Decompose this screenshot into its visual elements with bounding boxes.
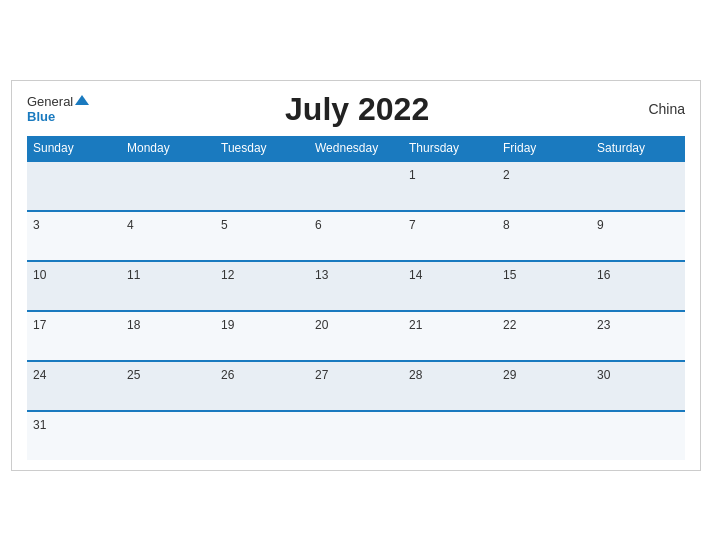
- calendar-day-24: 24: [27, 361, 121, 411]
- calendar-day-19: 19: [215, 311, 309, 361]
- calendar-day-empty: [215, 161, 309, 211]
- calendar-day-empty: [121, 411, 215, 460]
- calendar-grid: SundayMondayTuesdayWednesdayThursdayFrid…: [27, 136, 685, 460]
- calendar-day-27: 27: [309, 361, 403, 411]
- calendar-day-29: 29: [497, 361, 591, 411]
- calendar-day-30: 30: [591, 361, 685, 411]
- calendar-day-3: 3: [27, 211, 121, 261]
- calendar-day-28: 28: [403, 361, 497, 411]
- calendar-header: General Blue July 2022 China: [27, 91, 685, 128]
- calendar-week-row: 12: [27, 161, 685, 211]
- weekday-header-tuesday: Tuesday: [215, 136, 309, 161]
- calendar-day-10: 10: [27, 261, 121, 311]
- weekday-header-row: SundayMondayTuesdayWednesdayThursdayFrid…: [27, 136, 685, 161]
- logo-blue-text: Blue: [27, 109, 55, 124]
- calendar-day-empty: [27, 161, 121, 211]
- calendar-container: General Blue July 2022 China SundayMonda…: [11, 80, 701, 471]
- calendar-day-17: 17: [27, 311, 121, 361]
- calendar-day-8: 8: [497, 211, 591, 261]
- logo: General Blue: [27, 94, 89, 124]
- calendar-day-13: 13: [309, 261, 403, 311]
- calendar-day-26: 26: [215, 361, 309, 411]
- calendar-day-15: 15: [497, 261, 591, 311]
- calendar-day-22: 22: [497, 311, 591, 361]
- calendar-day-11: 11: [121, 261, 215, 311]
- weekday-header-thursday: Thursday: [403, 136, 497, 161]
- calendar-day-empty: [121, 161, 215, 211]
- weekday-header-sunday: Sunday: [27, 136, 121, 161]
- calendar-day-16: 16: [591, 261, 685, 311]
- country-label: China: [625, 101, 685, 117]
- calendar-day-empty: [591, 161, 685, 211]
- calendar-week-row: 3456789: [27, 211, 685, 261]
- calendar-day-20: 20: [309, 311, 403, 361]
- weekday-header-monday: Monday: [121, 136, 215, 161]
- calendar-day-7: 7: [403, 211, 497, 261]
- weekday-header-wednesday: Wednesday: [309, 136, 403, 161]
- calendar-day-1: 1: [403, 161, 497, 211]
- calendar-day-5: 5: [215, 211, 309, 261]
- logo-triangle-icon: [75, 95, 89, 105]
- calendar-day-empty: [403, 411, 497, 460]
- calendar-week-row: 31: [27, 411, 685, 460]
- calendar-day-4: 4: [121, 211, 215, 261]
- calendar-day-31: 31: [27, 411, 121, 460]
- calendar-day-2: 2: [497, 161, 591, 211]
- calendar-week-row: 10111213141516: [27, 261, 685, 311]
- calendar-day-6: 6: [309, 211, 403, 261]
- calendar-day-23: 23: [591, 311, 685, 361]
- calendar-day-empty: [591, 411, 685, 460]
- calendar-day-14: 14: [403, 261, 497, 311]
- calendar-day-empty: [309, 161, 403, 211]
- calendar-day-21: 21: [403, 311, 497, 361]
- month-title: July 2022: [89, 91, 625, 128]
- weekday-header-saturday: Saturday: [591, 136, 685, 161]
- calendar-day-empty: [497, 411, 591, 460]
- calendar-week-row: 17181920212223: [27, 311, 685, 361]
- calendar-day-25: 25: [121, 361, 215, 411]
- calendar-day-9: 9: [591, 211, 685, 261]
- calendar-day-empty: [215, 411, 309, 460]
- calendar-day-12: 12: [215, 261, 309, 311]
- calendar-day-empty: [309, 411, 403, 460]
- weekday-header-friday: Friday: [497, 136, 591, 161]
- calendar-week-row: 24252627282930: [27, 361, 685, 411]
- calendar-day-18: 18: [121, 311, 215, 361]
- logo-general-text: General: [27, 94, 73, 109]
